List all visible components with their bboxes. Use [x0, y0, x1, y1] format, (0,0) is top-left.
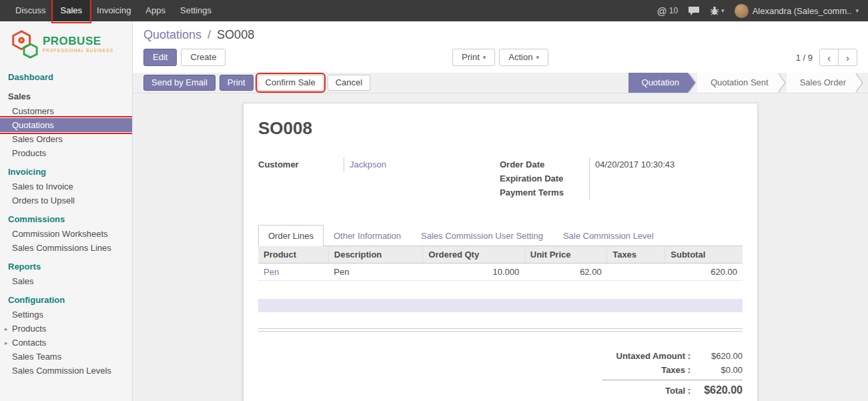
- print-dropdown-label: Print: [462, 52, 480, 63]
- statusbar: Quotation Quotation Sent Sales Order: [628, 73, 855, 93]
- send-by-email-button[interactable]: Send by Email: [143, 75, 215, 91]
- caret-down-icon: ▾: [855, 7, 859, 14]
- probuse-logo[interactable]: PROBUSE PROFESSIONAL BUSINESS: [0, 21, 132, 65]
- avatar: [735, 4, 749, 18]
- sidebar-item-contacts[interactable]: ▸ Contacts: [0, 336, 132, 350]
- action-dropdown-label: Action: [508, 52, 532, 63]
- sidebar-heading-invoicing[interactable]: Invoicing: [0, 165, 132, 179]
- sidebar-item-customers[interactable]: Customers: [0, 104, 132, 118]
- payment-terms-field: Payment Terms: [500, 185, 743, 199]
- sidebar-item-commission-worksheets[interactable]: Commission Worksheets: [0, 227, 132, 241]
- form-area: SO008 Customer Jackpson Order Date 04/20…: [133, 93, 868, 401]
- sidebar-item-dashboard[interactable]: Dashboard: [0, 70, 132, 85]
- sidebar-item-products[interactable]: Products: [0, 146, 132, 160]
- sidebar-item-settings[interactable]: Settings: [0, 308, 132, 322]
- topbar-menu-apps[interactable]: Apps: [138, 0, 173, 21]
- logo-title: PROBUSE: [43, 35, 113, 47]
- tab-other-information[interactable]: Other Information: [324, 225, 411, 246]
- statusbar-row: Send by Email Print Confirm Sale Cancel …: [133, 73, 868, 93]
- create-button[interactable]: Create: [181, 49, 226, 66]
- document-title: SO008: [258, 118, 743, 139]
- document-sheet: SO008 Customer Jackpson Order Date 04/20…: [243, 103, 758, 401]
- status-quotation[interactable]: Quotation: [628, 73, 688, 93]
- mentions-counter[interactable]: @ 10: [657, 5, 679, 17]
- taxes-label: Taxes :: [602, 365, 691, 375]
- order-date-value: 04/20/2017 10:30:43: [589, 157, 743, 171]
- topbar-menu-invoicing[interactable]: Invoicing: [89, 0, 138, 21]
- sidebar-heading-commissions[interactable]: Commissions: [0, 212, 132, 227]
- action-dropdown[interactable]: Action ▾: [499, 49, 548, 66]
- terms-note-field[interactable]: [258, 299, 743, 312]
- caret-down-icon: ▾: [536, 52, 539, 63]
- breadcrumb-separator: /: [207, 28, 211, 41]
- field-groups: Customer Jackpson Order Date 04/20/2017 …: [258, 157, 743, 199]
- confirm-sale-button[interactable]: Confirm Sale: [258, 75, 324, 91]
- topbar-menu-settings[interactable]: Settings: [173, 0, 219, 21]
- probuse-logo-icon: [9, 29, 39, 59]
- tab-sale-commission-level[interactable]: Sale Commission Level: [553, 225, 664, 246]
- status-quotation-sent[interactable]: Quotation Sent: [697, 73, 777, 93]
- sidebar-item-sales-commission-levels[interactable]: Sales Commission Levels: [0, 364, 132, 378]
- pager: ‹ ›: [819, 49, 857, 66]
- tab-sales-commission-user-setting[interactable]: Sales Commission User Setting: [411, 225, 553, 246]
- section-configuration: Configuration Settings ▸ Products ▸ Cont…: [0, 293, 132, 378]
- expiration-date-field: Expiration Date: [500, 171, 743, 185]
- tab-order-lines[interactable]: Order Lines: [258, 225, 324, 246]
- topbar-right: @ 10 ▾ Alexandra (Sales_comm.. ▾: [657, 0, 868, 21]
- sidebar-item-config-products[interactable]: ▸ Products: [0, 322, 132, 336]
- debug-bug-menu[interactable]: ▾: [710, 6, 725, 15]
- print-button[interactable]: Print: [220, 75, 254, 91]
- caret-down-icon: ▾: [721, 7, 725, 14]
- pager-previous-button[interactable]: ‹: [819, 49, 839, 66]
- sidebar-heading-configuration[interactable]: Configuration: [0, 293, 132, 308]
- chat-icon[interactable]: [688, 6, 700, 16]
- cell-ordered-qty: 10.000: [423, 264, 524, 281]
- pager-count: 1 / 9: [796, 53, 813, 63]
- order-date-field: Order Date 04/20/2017 10:30:43: [500, 157, 743, 171]
- order-line-row[interactable]: Pen Pen 10.000 62.00 620.00: [258, 264, 743, 281]
- section-sales: Sales Customers Quotations Sales Orders …: [0, 89, 132, 160]
- col-header-product[interactable]: Product: [258, 246, 328, 264]
- pager-next-button[interactable]: ›: [838, 49, 857, 66]
- product-link[interactable]: Pen: [264, 267, 279, 277]
- section-invoicing: Invoicing Sales to Invoice Orders to Ups…: [0, 165, 132, 208]
- sidebar-item-quotations[interactable]: Quotations: [0, 118, 132, 132]
- sidebar-heading-reports[interactable]: Reports: [0, 260, 132, 274]
- payment-terms-label: Payment Terms: [500, 185, 589, 199]
- sidebar-item-orders-to-upsell[interactable]: Orders to Upsell: [0, 193, 132, 208]
- notebook-tabs: Order Lines Other Information Sales Comm…: [258, 225, 743, 246]
- col-header-ordered-qty[interactable]: Ordered Qty: [423, 246, 524, 264]
- mention-count: 10: [669, 6, 678, 15]
- control-panel: Quotations / SO008 Edit Create Print ▾ A…: [133, 21, 868, 73]
- breadcrumb-quotations-link[interactable]: Quotations: [143, 28, 201, 41]
- section-separator: [258, 328, 743, 332]
- total-row: Total : $620.00: [602, 380, 743, 398]
- sidebar-item-label: Contacts: [12, 338, 46, 348]
- cancel-button[interactable]: Cancel: [328, 75, 370, 91]
- sidebar-item-sales-commissions-lines[interactable]: Sales Commissions Lines: [0, 241, 132, 255]
- table-header-row: Product Description Ordered Qty Unit Pri…: [258, 246, 743, 264]
- cell-description: Pen: [328, 264, 423, 281]
- sidebar-heading-sales[interactable]: Sales: [0, 89, 132, 104]
- topbar-menu-discuss[interactable]: Discuss: [8, 0, 53, 21]
- edit-button[interactable]: Edit: [143, 49, 177, 66]
- topbar-menu-sales[interactable]: Sales: [53, 0, 90, 21]
- col-header-description[interactable]: Description: [328, 246, 423, 264]
- sidebar-item-sales-to-invoice[interactable]: Sales to Invoice: [0, 179, 132, 193]
- logo-text: PROBUSE PROFESSIONAL BUSINESS: [43, 35, 113, 53]
- cell-subtotal: 620.00: [665, 264, 743, 281]
- sidebar-item-sales-teams[interactable]: Sales Teams: [0, 350, 132, 364]
- print-dropdown[interactable]: Print ▾: [452, 49, 495, 66]
- status-sales-order[interactable]: Sales Order: [787, 73, 855, 93]
- control-panel-buttons: Edit Create Print ▾ Action ▾ 1 / 9 ‹ ›: [143, 49, 857, 66]
- user-menu[interactable]: Alexandra (Sales_comm.. ▾: [735, 4, 859, 18]
- breadcrumb-current: SO008: [217, 28, 254, 41]
- col-header-unit-price[interactable]: Unit Price: [524, 246, 606, 264]
- sidebar-item-sales-orders[interactable]: Sales Orders: [0, 132, 132, 146]
- order-lines-table: Product Description Ordered Qty Unit Pri…: [258, 246, 743, 281]
- col-header-taxes[interactable]: Taxes: [607, 246, 665, 264]
- sidebar-item-label: Products: [12, 324, 46, 334]
- col-header-subtotal[interactable]: Subtotal: [665, 246, 743, 264]
- sidebar-item-reports-sales[interactable]: Sales: [0, 274, 132, 288]
- customer-link[interactable]: Jackpson: [350, 159, 386, 169]
